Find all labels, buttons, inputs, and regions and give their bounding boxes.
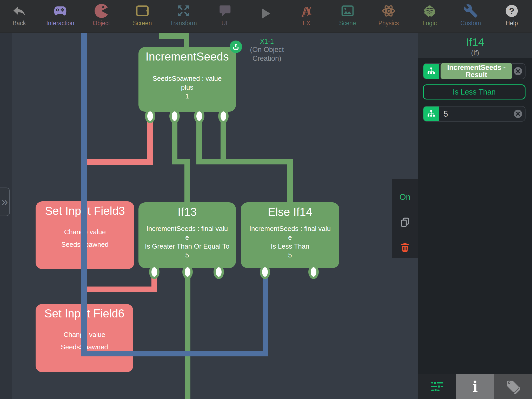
wire-green-segment — [196, 116, 202, 164]
toolbar-help-button[interactable]: ? Help — [491, 0, 532, 32]
atom-icon — [381, 3, 396, 19]
behavior-node-incrementseeds[interactable]: IncrementSeeds SeedsSpawned : value plus… — [138, 47, 236, 112]
wire-blue-segment — [263, 272, 268, 356]
delete-button[interactable] — [398, 240, 412, 254]
clear-field-button[interactable] — [513, 66, 523, 76]
toolbar-label: Logic — [423, 20, 437, 27]
chevron-right-icon: » — [2, 196, 9, 207]
toolbar-label: Back — [12, 20, 26, 27]
output-port[interactable] — [182, 265, 193, 279]
wire-red-segment — [87, 159, 153, 165]
param-field-value-a[interactable]: IncrementSeeds - Result — [423, 63, 526, 79]
toolbar-interaction-tab[interactable]: Interaction — [40, 0, 81, 32]
toolbar-screen-tab[interactable]: Screen — [122, 0, 163, 32]
param-field-value-b[interactable]: 5 — [423, 106, 526, 122]
toolbar-custom-tab[interactable]: Custom — [450, 0, 491, 32]
toolbar-fx-tab[interactable]: A FX — [286, 0, 327, 32]
info-icon: i — [472, 378, 478, 395]
wire-green-segment — [184, 159, 190, 202]
behavior-node-if13[interactable]: If13 IncrementSeeds : final valu e Is Gr… — [138, 202, 236, 268]
operator-selector[interactable]: Is Less Than — [423, 84, 526, 99]
speech-bubble-icon — [217, 3, 232, 19]
toolbar-label: Object — [93, 20, 110, 27]
wire-green-segment — [221, 116, 226, 164]
node-body-line: Is Greater Than Or Equal To — [138, 242, 236, 251]
brain-icon — [422, 3, 437, 19]
wire-green-segment — [185, 272, 190, 399]
expand-arrows-icon — [176, 3, 191, 19]
toolbar-logic-tab[interactable]: Logic — [409, 0, 450, 32]
node-title: If13 — [138, 202, 236, 218]
wire-green-segment — [287, 159, 293, 202]
output-port[interactable] — [145, 109, 155, 123]
toggle-on-button[interactable]: On — [400, 192, 411, 202]
node-body-line: Is Less Than — [241, 242, 339, 251]
node-body-line: 1 — [138, 92, 236, 101]
toolbar-transform-tab[interactable]: Transform — [163, 0, 204, 32]
selection-panel: On — [392, 179, 418, 258]
image-icon — [340, 3, 355, 19]
toolbar-label: Physics — [378, 20, 399, 27]
toolbar-back-button[interactable]: Back — [0, 0, 40, 32]
tab-tags[interactable] — [494, 374, 532, 399]
tab-info-selected[interactable]: i — [456, 374, 494, 399]
toolbar-object-tab[interactable]: Object — [81, 0, 122, 32]
toolbar-label: Scene — [339, 20, 356, 27]
drawer-expand-tab[interactable]: » — [0, 188, 10, 216]
hierarchy-icon[interactable] — [423, 64, 439, 79]
node-body-line: SeedsSpawned : value — [138, 74, 236, 83]
toolbar-label: Custom — [460, 20, 481, 27]
play-icon — [258, 6, 273, 21]
output-port[interactable] — [260, 265, 270, 279]
node-body-line: plus — [138, 83, 236, 92]
wire-blue-segment — [81, 351, 268, 356]
toolbar-label: Transform — [170, 20, 197, 27]
output-port[interactable] — [169, 109, 180, 123]
toolbar-label: Interaction — [46, 20, 74, 27]
event-sublabel: (On Object Creation) — [239, 45, 295, 63]
output-port[interactable] — [194, 109, 204, 123]
toolbar-physics-tab[interactable]: Physics — [368, 0, 409, 32]
copy-button[interactable] — [398, 215, 412, 229]
node-body-line: 5 — [241, 251, 339, 260]
toolbar-scene-tab[interactable]: Scene — [327, 0, 368, 32]
node-body-line: e — [241, 233, 339, 242]
node-body-line: e — [138, 233, 236, 242]
back-icon — [11, 3, 27, 19]
toolbar-label: UI — [222, 20, 228, 27]
output-port[interactable] — [149, 265, 159, 279]
inspector-tab-bar: i — [418, 374, 532, 399]
top-toolbar: Back Interaction — [0, 0, 532, 33]
wire-blue-segment — [81, 32, 87, 356]
output-port[interactable] — [214, 265, 224, 279]
help-icon: ? — [504, 3, 520, 19]
behavior-inspector-panel: If14 (If) IncrementSeeds - Result — [418, 32, 532, 399]
behavior-node-else-if14[interactable]: Else If14 IncrementSeeds : final valu e … — [241, 202, 339, 268]
svg-text:?: ? — [509, 6, 515, 16]
param-value-pill[interactable]: IncrementSeeds - Result — [441, 63, 512, 79]
output-port[interactable] — [218, 109, 229, 123]
clear-field-button[interactable] — [513, 109, 523, 119]
fx-letter-icon: A — [299, 3, 314, 19]
toolbar-label: Screen — [133, 20, 152, 27]
toolbar-play-button[interactable] — [245, 0, 286, 32]
node-body-line: IncrementSeeds : final valu — [138, 224, 236, 233]
toolbar-ui-tab[interactable]: UI — [204, 0, 245, 32]
pacman-icon — [94, 3, 109, 19]
close-icon — [513, 66, 523, 76]
node-body-line: IncrementSeeds : final valu — [241, 224, 339, 233]
wire-red-segment — [87, 287, 157, 292]
inspector-title: If14 — [418, 36, 532, 49]
gamepad-icon — [52, 3, 68, 19]
hierarchy-icon[interactable] — [423, 107, 439, 121]
event-label: X1-1 — [239, 37, 295, 45]
toolbar-label: FX — [303, 20, 310, 27]
copy-icon — [399, 216, 411, 228]
wire-green-segment — [172, 116, 177, 164]
wrench-icon — [463, 3, 478, 19]
tab-parameters[interactable] — [418, 374, 456, 399]
inspector-header: If14 (If) — [418, 32, 532, 58]
output-port[interactable] — [308, 265, 319, 279]
param-value-text[interactable]: 5 — [443, 109, 448, 119]
node-title: IncrementSeeds — [138, 47, 236, 63]
